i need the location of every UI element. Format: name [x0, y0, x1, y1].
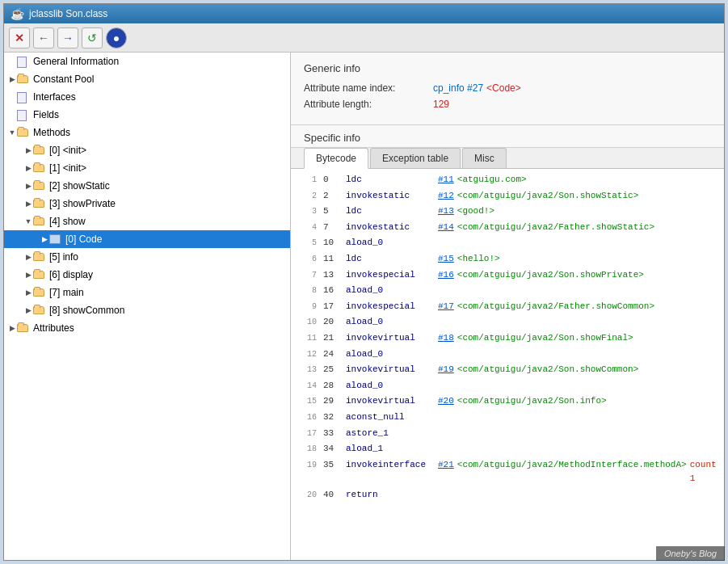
bytecode-row: 1325invokevirtual#19<com/atguigu/java2/S…	[291, 362, 724, 378]
tree-icon-attributes	[17, 323, 30, 333]
byte-ref[interactable]: #20	[438, 394, 454, 409]
byte-opcode: invokeinterface	[346, 458, 435, 473]
tree-item-info5[interactable]: ▶[5] info	[4, 248, 290, 266]
tree-icon-showprivate	[33, 199, 46, 208]
tab-misc[interactable]: Misc	[462, 148, 507, 168]
tree-item-main7[interactable]: ▶[7] main	[4, 284, 290, 301]
attr-length-row: Attribute length: 129	[304, 99, 711, 110]
byte-ref[interactable]: #13	[438, 204, 454, 219]
tree-arrow-methods[interactable]: ▼	[7, 128, 17, 137]
byte-line-num: 19	[297, 459, 317, 472]
byte-ref[interactable]: #21	[438, 458, 454, 473]
tree-item-showcommon8[interactable]: ▶[8] showCommon	[4, 301, 290, 319]
tree-item-constantpool[interactable]: ▶Constant Pool	[4, 70, 290, 88]
tree-item-init1[interactable]: ▶[1] <init>	[4, 159, 290, 177]
bytecode-row: 22invokestatic#12<com/atguigu/java2/Son.…	[291, 188, 724, 204]
byte-offset: 28	[323, 379, 346, 394]
byte-ref[interactable]: #16	[438, 268, 454, 283]
bytecode-row: 713invokespecial#16<com/atguigu/java2/So…	[291, 267, 724, 284]
byte-ref[interactable]: #11	[438, 173, 454, 187]
tree-arrow-showstatic[interactable]: ▶	[23, 181, 33, 191]
byte-offset: 25	[323, 363, 346, 377]
tree-item-show4[interactable]: ▼[4] show	[4, 213, 290, 230]
tree-item-code0[interactable]: ▶[0] Code	[4, 230, 290, 248]
bytecode-row: 1428aload_0	[291, 378, 724, 394]
tree-arrow-interfaces[interactable]	[7, 92, 17, 102]
info-button[interactable]: ●	[106, 27, 127, 48]
byte-offset: 32	[323, 410, 346, 425]
tree-arrow-code0[interactable]: ▶	[40, 234, 49, 244]
tree-arrow-main7[interactable]: ▶	[23, 288, 33, 297]
tree-arrow-display6[interactable]: ▶	[23, 270, 33, 280]
window-title: jclasslib Son.class	[29, 8, 107, 19]
tree-label-code0: [0] Code	[65, 234, 102, 245]
byte-count: count 1	[690, 458, 717, 486]
tree-arrow-attributes[interactable]: ▶	[7, 323, 17, 333]
tree-icon-general	[17, 57, 30, 66]
forward-button[interactable]: →	[57, 27, 78, 48]
byte-ref[interactable]: #17	[438, 300, 454, 314]
bytecode-row: 1935invokeinterface#21<com/atguigu/java2…	[291, 457, 724, 487]
tree-arrow-showcommon8[interactable]: ▶	[23, 305, 33, 315]
bytecode-row: 1224aload_0	[291, 347, 724, 363]
byte-offset: 24	[323, 347, 346, 362]
byte-ref[interactable]: #14	[438, 221, 454, 235]
refresh-button[interactable]: ↺	[82, 27, 103, 48]
byte-line-num: 3	[297, 205, 317, 218]
byte-opcode: astore_1	[346, 427, 435, 441]
bytecode-row: 1529invokevirtual#20<com/atguigu/java2/S…	[291, 394, 724, 410]
title-bar: ☕ jclasslib Son.class	[4, 4, 724, 23]
byte-line-num: 17	[297, 427, 317, 440]
byte-offset: 29	[323, 394, 346, 409]
attr-name-link[interactable]: cp_info #27	[433, 82, 483, 94]
tree-arrow-init0[interactable]: ▶	[23, 145, 33, 155]
bytecode-area[interactable]: 10ldc#11<atguigu.com>22invokestatic#12<c…	[291, 169, 724, 560]
tree-label-showstatic: [2] showStatic	[49, 180, 110, 192]
tree-item-interfaces[interactable]: Interfaces	[4, 88, 290, 106]
bytecode-row: 1121invokevirtual#18<com/atguigu/java2/S…	[291, 330, 724, 347]
tree-arrow-show4[interactable]: ▼	[23, 217, 33, 226]
tree-icon-constantpool	[17, 74, 30, 84]
tree-item-general[interactable]: General Information	[4, 53, 290, 70]
tree-item-attributes[interactable]: ▶Attributes	[4, 319, 290, 337]
tree-label-constantpool: Constant Pool	[33, 74, 94, 85]
byte-class: <com/atguigu/java2/Son.showCommon>	[457, 363, 638, 377]
byte-line-num: 10	[297, 316, 317, 329]
tree-arrow-general[interactable]	[7, 57, 17, 66]
tree-arrow-constantpool[interactable]: ▶	[7, 74, 17, 84]
tree-label-init0: [0] <init>	[49, 145, 86, 156]
tree-arrow-init1[interactable]: ▶	[23, 163, 33, 173]
tree-arrow-fields[interactable]	[7, 110, 17, 120]
tree-icon-display6	[33, 270, 46, 280]
tab-exception[interactable]: Exception table	[370, 148, 461, 168]
tree-icon-main7	[33, 288, 46, 297]
byte-offset: 0	[323, 173, 346, 187]
tree-arrow-showprivate[interactable]: ▶	[23, 199, 33, 208]
tree-panel: General Information▶Constant PoolInterfa…	[4, 53, 291, 560]
tree-label-showcommon8: [8] showCommon	[49, 305, 124, 316]
tree-item-methods[interactable]: ▼Methods	[4, 124, 290, 141]
byte-line-num: 2	[297, 190, 317, 203]
byte-opcode: invokevirtual	[346, 394, 435, 409]
byte-line-num: 18	[297, 443, 317, 456]
tree-item-showstatic[interactable]: ▶[2] showStatic	[4, 177, 290, 195]
byte-offset: 13	[323, 268, 346, 283]
tree-icon-init0	[33, 145, 46, 155]
byte-ref[interactable]: #18	[438, 331, 454, 346]
tree-item-showprivate[interactable]: ▶[3] showPrivate	[4, 195, 290, 213]
bytecode-row: 1020aload_0	[291, 314, 724, 330]
back-button[interactable]: ←	[33, 27, 54, 48]
attr-name-label: Attribute name index:	[304, 82, 433, 94]
tree-item-init0[interactable]: ▶[0] <init>	[4, 141, 290, 159]
watermark: Oneby's Blog	[656, 546, 725, 561]
byte-ref[interactable]: #19	[438, 363, 454, 377]
tree-label-showprivate: [3] showPrivate	[49, 198, 116, 209]
tree-item-display6[interactable]: ▶[6] display	[4, 266, 290, 284]
tree-arrow-info5[interactable]: ▶	[23, 252, 33, 262]
tree-item-fields[interactable]: Fields	[4, 106, 290, 124]
byte-ref[interactable]: #15	[438, 252, 454, 267]
tab-bytecode[interactable]: Bytecode	[304, 148, 368, 169]
byte-line-num: 12	[297, 348, 317, 361]
close-button[interactable]: ✕	[9, 27, 30, 48]
byte-ref[interactable]: #12	[438, 189, 454, 204]
